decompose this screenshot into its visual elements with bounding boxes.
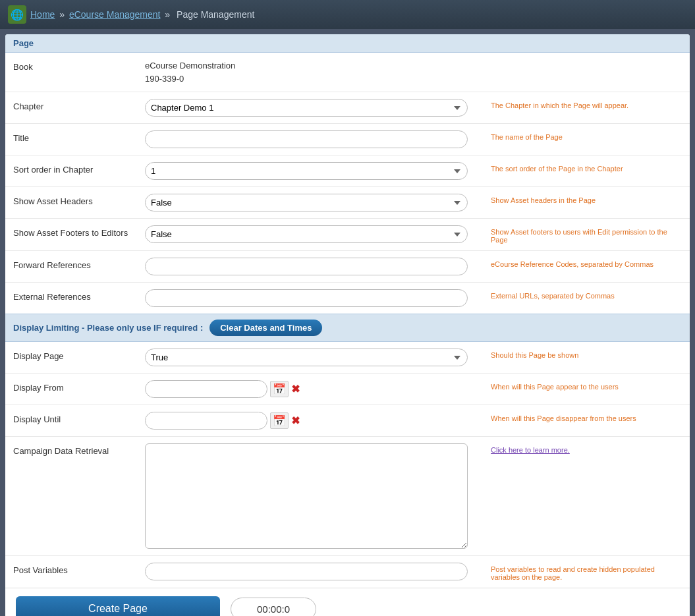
title-row: Title The name of the Page xyxy=(5,124,690,155)
show-asset-footers-hint: Show Asset footers to users with Edit pe… xyxy=(484,225,682,244)
display-page-hint: Should this Page be shown xyxy=(484,349,682,359)
display-until-control: 📅 ✖ xyxy=(145,412,484,430)
ecourse-link[interactable]: eCourse Management xyxy=(69,9,161,20)
external-refs-row: External References External URLs, separ… xyxy=(5,283,690,314)
post-vars-input[interactable] xyxy=(145,563,468,580)
campaign-learn-more-link[interactable]: Click here to learn more. xyxy=(491,446,570,454)
display-page-label: Display Page xyxy=(13,349,145,361)
display-until-row: Display Until 📅 ✖ When will this Page di… xyxy=(5,405,690,437)
sort-control: 1 2 3 xyxy=(145,162,484,180)
show-asset-headers-hint: Show Asset headers in the Page xyxy=(484,194,682,204)
display-until-clear-icon[interactable]: ✖ xyxy=(291,414,300,427)
display-limiting-bar: Display Limiting - Please only use IF re… xyxy=(5,314,690,342)
book-value: eCourse Demonstration 190-339-0 xyxy=(145,59,235,85)
sort-row: Sort order in Chapter 1 2 3 The sort ord… xyxy=(5,155,690,187)
forward-refs-row: Forward References eCourse Reference Cod… xyxy=(5,251,690,283)
book-label: Book xyxy=(13,59,145,72)
section-header: Page xyxy=(5,34,690,53)
title-label: Title xyxy=(13,130,145,143)
chapter-row: Chapter Chapter Demo 1 The Chapter in wh… xyxy=(5,92,690,124)
show-asset-footers-control: False True xyxy=(145,225,484,243)
post-vars-control xyxy=(145,563,484,580)
form-body: Book eCourse Demonstration 190-339-0 Cha… xyxy=(5,53,690,314)
post-vars-label: Post Variables xyxy=(13,563,145,575)
forward-refs-label: Forward References xyxy=(13,258,145,270)
title-control xyxy=(145,130,484,148)
chapter-control: Chapter Demo 1 xyxy=(145,99,484,117)
book-control: eCourse Demonstration 190-339-0 xyxy=(145,59,484,85)
sort-select[interactable]: 1 2 3 xyxy=(145,162,468,180)
campaign-textarea[interactable] xyxy=(145,443,468,549)
display-from-hint: When will this Page appear to the users xyxy=(484,380,682,391)
external-refs-hint: External URLs, separated by Commas xyxy=(484,289,682,300)
show-asset-headers-row: Show Asset Headers False True Show Asset… xyxy=(5,187,690,219)
sort-label: Sort order in Chapter xyxy=(13,162,145,175)
sort-hint: The sort order of the Page in the Chapte… xyxy=(484,162,682,173)
forward-refs-hint: eCourse Reference Codes, separated by Co… xyxy=(484,258,682,268)
show-asset-headers-label: Show Asset Headers xyxy=(13,194,145,206)
clear-dates-button[interactable]: Clear Dates and Times xyxy=(209,320,322,336)
display-page-select[interactable]: True False xyxy=(145,349,468,366)
display-from-control: 📅 ✖ xyxy=(145,380,484,398)
forward-refs-control xyxy=(145,258,484,275)
show-asset-headers-control: False True xyxy=(145,194,484,211)
display-until-label: Display Until xyxy=(13,412,145,424)
show-asset-footers-label: Show Asset Footers to Editors xyxy=(13,225,145,238)
chapter-hint: The Chapter in which the Page will appea… xyxy=(484,99,682,109)
display-from-calendar-icon[interactable]: 📅 xyxy=(270,381,289,397)
display-from-clear-icon[interactable]: ✖ xyxy=(291,383,300,395)
display-until-calendar-icon[interactable]: 📅 xyxy=(270,412,289,429)
display-until-input[interactable] xyxy=(145,412,267,430)
display-from-input[interactable] xyxy=(145,380,267,398)
create-page-button[interactable]: Create Page xyxy=(16,596,220,616)
display-limiting-label: Display Limiting - Please only use IF re… xyxy=(13,323,203,333)
campaign-control xyxy=(145,443,484,549)
show-asset-footers-row: Show Asset Footers to Editors False True… xyxy=(5,219,690,251)
chapter-label: Chapter xyxy=(13,99,145,111)
display-until-hint: When will this Page disappear from the u… xyxy=(484,412,682,422)
external-refs-label: External References xyxy=(13,289,145,302)
title-input[interactable] xyxy=(145,130,468,148)
breadcrumb: Home » eCourse Management » Page Managem… xyxy=(30,9,256,20)
campaign-hint: Click here to learn more. xyxy=(484,443,682,454)
top-bar: 🌐 Home » eCourse Management » Page Manag… xyxy=(0,0,695,29)
forward-refs-input[interactable] xyxy=(145,258,468,275)
book-row: Book eCourse Demonstration 190-339-0 xyxy=(5,53,690,92)
external-refs-input[interactable] xyxy=(145,289,468,307)
home-link[interactable]: Home xyxy=(30,9,55,20)
display-from-label: Display From xyxy=(13,380,145,393)
display-from-input-wrap: 📅 ✖ xyxy=(145,380,300,398)
show-asset-footers-select[interactable]: False True xyxy=(145,225,468,243)
display-until-input-wrap: 📅 ✖ xyxy=(145,412,300,430)
globe-icon: 🌐 xyxy=(8,5,26,24)
campaign-label: Campaign Data Retrieval xyxy=(13,443,145,456)
post-vars-row: Post Variables Post variables to read an… xyxy=(5,556,690,588)
display-limiting-fields: Display Page True False Should this Page… xyxy=(5,342,690,588)
timer-display: 00:00:0 xyxy=(231,598,316,617)
external-refs-control xyxy=(145,289,484,307)
show-asset-headers-select[interactable]: False True xyxy=(145,194,468,211)
display-from-row: Display From 📅 ✖ When will this Page app… xyxy=(5,374,690,405)
display-page-control: True False xyxy=(145,349,484,366)
footer-bar: Create Page 00:00:0 xyxy=(5,588,690,616)
display-page-row: Display Page True False Should this Page… xyxy=(5,342,690,374)
chapter-select[interactable]: Chapter Demo 1 xyxy=(145,99,468,117)
campaign-row: Campaign Data Retrieval Click here to le… xyxy=(5,437,690,556)
main-container: Page Book eCourse Demonstration 190-339-… xyxy=(5,34,690,616)
page-mgmt-label: Page Management xyxy=(177,9,254,20)
title-hint: The name of the Page xyxy=(484,130,682,141)
post-vars-hint: Post variables to read and create hidden… xyxy=(484,563,682,581)
